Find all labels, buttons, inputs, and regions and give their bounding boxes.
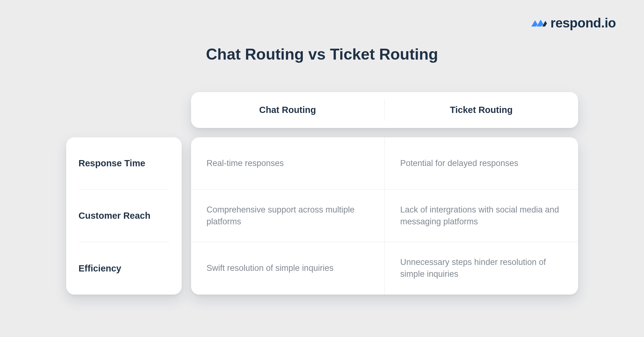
row-label-text: Efficiency bbox=[79, 263, 121, 274]
data-columns: Chat Routing Ticket Routing Real-time re… bbox=[191, 92, 578, 295]
cell-text: Potential for delayed responses bbox=[400, 158, 518, 169]
data-body-card: Real-time responses Potential for delaye… bbox=[191, 137, 578, 295]
column-headers-card: Chat Routing Ticket Routing bbox=[191, 92, 578, 128]
row-labels-column: Response Time Customer Reach Efficiency bbox=[66, 137, 182, 295]
comparison-table: Response Time Customer Reach Efficiency … bbox=[66, 92, 578, 295]
table-cell: Swift resolution of simple inquiries bbox=[191, 242, 385, 295]
column-header: Ticket Routing bbox=[385, 92, 578, 128]
column-header: Chat Routing bbox=[191, 92, 385, 128]
table-cell: Lack of intergrations with social media … bbox=[385, 190, 578, 242]
row-label: Efficiency bbox=[79, 242, 169, 295]
row-labels-card: Response Time Customer Reach Efficiency bbox=[66, 137, 182, 295]
brand-logo: respond.io bbox=[530, 16, 616, 31]
cell-text: Real-time responses bbox=[207, 158, 284, 169]
row-label: Customer Reach bbox=[79, 190, 169, 242]
row-label-text: Customer Reach bbox=[79, 211, 150, 221]
table-cell: Unnecessary steps hinder resolution of s… bbox=[385, 242, 578, 295]
table-cell: Comprehensive support across multiple pl… bbox=[191, 190, 385, 242]
cell-text: Unnecessary steps hinder resolution of s… bbox=[400, 256, 563, 280]
table-row: Real-time responses Potential for delaye… bbox=[191, 137, 578, 190]
cell-text: Lack of intergrations with social media … bbox=[400, 204, 563, 228]
table-row: Swift resolution of simple inquiries Unn… bbox=[191, 242, 578, 295]
brand-name: respond.io bbox=[550, 16, 616, 31]
table-cell: Real-time responses bbox=[191, 137, 385, 189]
table-cell: Potential for delayed responses bbox=[385, 137, 578, 189]
column-header-text: Chat Routing bbox=[259, 105, 316, 115]
page-title: Chat Routing vs Ticket Routing bbox=[206, 45, 438, 63]
row-label: Response Time bbox=[79, 137, 169, 190]
row-label-text: Response Time bbox=[79, 158, 145, 168]
table-row: Comprehensive support across multiple pl… bbox=[191, 190, 578, 242]
column-header-text: Ticket Routing bbox=[450, 105, 513, 115]
cell-text: Comprehensive support across multiple pl… bbox=[207, 204, 369, 228]
cell-text: Swift resolution of simple inquiries bbox=[207, 262, 334, 274]
brand-mark-icon bbox=[530, 17, 547, 29]
